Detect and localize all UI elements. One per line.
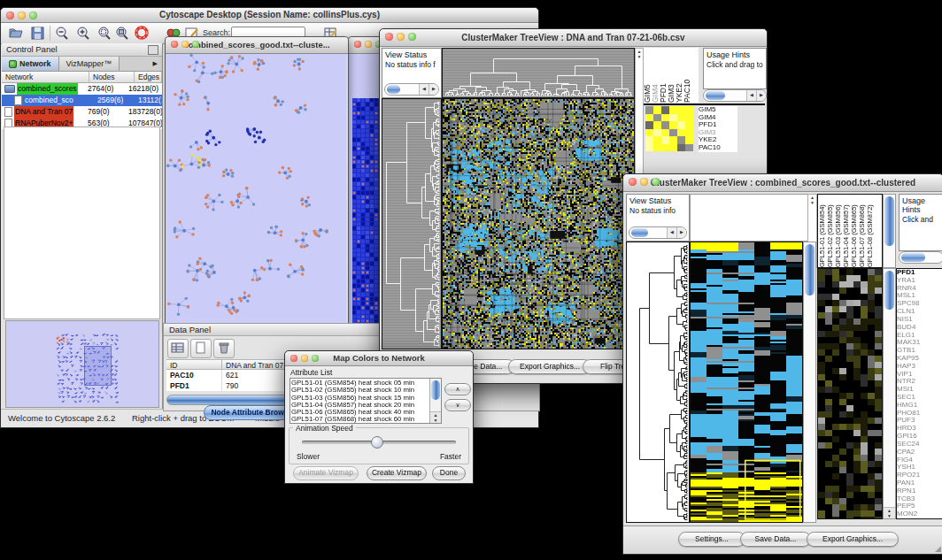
matrix-cell[interactable]	[645, 136, 653, 144]
float-panel-icon[interactable]	[148, 45, 158, 55]
matrix-cell[interactable]	[661, 136, 669, 144]
tab-network[interactable]: Network	[2, 57, 59, 71]
axis-label[interactable]: GPL51-02 (GSM855)	[826, 195, 834, 267]
matrix-cell[interactable]	[653, 121, 661, 129]
scroll-thumb[interactable]	[805, 244, 815, 295]
matrix-cell[interactable]	[645, 106, 653, 114]
gene-list-scrollbar[interactable]: ▲▼	[883, 268, 896, 519]
gene-label[interactable]: MON2	[897, 510, 942, 518]
matrix-cell[interactable]	[677, 129, 685, 137]
matrix-cell[interactable]	[645, 121, 653, 129]
zoom-heatmap[interactable]	[817, 268, 883, 519]
export-graphics-button[interactable]: Export Graphics...	[508, 359, 591, 374]
minimize-button[interactable]	[301, 355, 308, 362]
scroll-thumb[interactable]	[884, 196, 894, 246]
tab-overflow-arrow[interactable]: ▶	[149, 57, 162, 71]
zoom-out-icon[interactable]	[54, 26, 70, 41]
document-icon[interactable]	[190, 339, 212, 358]
network-tree-row[interactable]: DNA and Tran 07769(0)183728(0)	[2, 106, 162, 118]
save-icon[interactable]	[30, 26, 46, 41]
tab-vizmapper[interactable]: VizMapper™	[59, 57, 120, 71]
dialog-titlebar[interactable]: Map Colors to Network	[285, 351, 473, 366]
zoom-selected-icon[interactable]	[97, 26, 112, 41]
heatmap-vscrollbar[interactable]	[803, 242, 816, 523]
minimize-button[interactable]	[365, 41, 372, 48]
matrix-cell[interactable]	[669, 129, 677, 137]
minimize-button[interactable]	[181, 41, 189, 48]
scroll-thumb[interactable]	[631, 228, 648, 237]
matrix-cell[interactable]	[669, 136, 677, 144]
axis-label[interactable]: PAC10	[683, 48, 691, 103]
resize-grip[interactable]: ◢	[935, 544, 941, 553]
save-data-button[interactable]: Save Data...	[740, 532, 811, 547]
matrix-cell[interactable]	[661, 129, 669, 137]
close-button[interactable]	[354, 41, 361, 48]
network-tree-row[interactable]: combined_sco2569(6)13112(15)	[2, 95, 162, 106]
axis-label[interactable]: GPL51-04 (GSM857)	[842, 195, 850, 267]
matrix-cell[interactable]	[661, 144, 669, 152]
attribute-list-scrollbar[interactable]: ▲▼	[429, 379, 441, 423]
scroll-left-arrow[interactable]: ◀	[746, 90, 756, 101]
speed-slider[interactable]	[302, 441, 456, 444]
zoom-button[interactable]	[29, 12, 37, 19]
matrix-cell[interactable]	[669, 114, 677, 122]
attribute-list-item[interactable]: GPL51-07 (GSM868) heat shock 60 min	[291, 416, 429, 423]
minimize-button[interactable]	[397, 33, 405, 41]
network-tree-row[interactable]: combined_scores2764(0)16218(0)	[2, 83, 162, 95]
matrix-cell[interactable]	[645, 129, 653, 137]
axis-label[interactable]: GPL51-08 (GSM872)	[866, 195, 874, 267]
attribute-list[interactable]: GPL51-01 (GSM854) heat shock 05 minGPL51…	[290, 378, 442, 424]
scroll-right-arrow[interactable]: ▶	[676, 227, 686, 238]
close-button[interactable]	[171, 41, 178, 48]
settings-button[interactable]: Settings...	[678, 532, 745, 547]
zoom-in-icon[interactable]	[75, 26, 91, 41]
scroll-thumb[interactable]	[901, 253, 925, 262]
matrix-cell[interactable]	[669, 121, 677, 129]
global-heatmap[interactable]	[442, 98, 635, 349]
matrix-cell[interactable]	[653, 129, 661, 137]
move-down-button[interactable]: ∨	[444, 399, 471, 411]
axis-label[interactable]: GPL51-06 (GSM865)	[850, 195, 858, 267]
matrix-row-label[interactable]: PAC10	[699, 144, 737, 152]
matrix-cell[interactable]	[685, 144, 693, 152]
scroll-thumb[interactable]	[706, 91, 725, 100]
matrix-cell[interactable]	[685, 106, 693, 114]
matrix-cell[interactable]	[669, 144, 677, 152]
view-status-scrollbar[interactable]: ◀ ▶	[629, 226, 687, 239]
treeview2-titlebar[interactable]: ClusterMaker TreeView : combined_scores_…	[623, 174, 942, 192]
help-ring-icon[interactable]	[134, 26, 150, 41]
trash-icon[interactable]	[213, 339, 235, 358]
matrix-cell[interactable]	[685, 129, 693, 137]
scroll-thumb[interactable]	[431, 380, 440, 400]
col-nodes[interactable]: Nodes	[89, 72, 135, 83]
open-icon[interactable]	[8, 26, 24, 41]
main-titlebar[interactable]: Cytoscape Desktop (Session Name: collins…	[1, 8, 538, 23]
matrix-cell[interactable]	[653, 136, 661, 144]
usage-hints-scrollbar[interactable]: ◀ ▶	[703, 89, 767, 102]
scroll-thumb[interactable]	[387, 85, 400, 94]
move-up-button[interactable]: ∧	[444, 383, 471, 395]
global-heatmap[interactable]	[690, 242, 803, 523]
network-view-canvas[interactable]	[166, 54, 346, 332]
col-network[interactable]: Network	[2, 72, 89, 83]
zoom-button[interactable]	[192, 41, 199, 48]
scroll-left-arrow[interactable]: ◀	[667, 227, 676, 238]
matrix-cell[interactable]	[661, 121, 669, 129]
close-button[interactable]	[290, 355, 297, 362]
close-button[interactable]	[6, 12, 14, 19]
network-window-1-titlebar[interactable]: combined_scores_good.txt--cluste...	[166, 37, 348, 54]
minimize-button[interactable]	[18, 12, 26, 19]
column-dendrogram-empty[interactable]	[690, 194, 808, 242]
create-vizmap-button[interactable]: Create Vizmap	[367, 466, 427, 480]
view-status-scrollbar[interactable]: ◀ ▶	[384, 83, 439, 96]
matrix-cell[interactable]	[685, 114, 693, 122]
matrix-cell[interactable]	[661, 114, 669, 122]
done-button[interactable]: Done	[432, 466, 466, 480]
matrix-cell[interactable]	[677, 136, 685, 144]
attribute-list-item[interactable]: GPL51-02 (GSM855) heat shock 10 min	[291, 387, 429, 394]
treeview1-titlebar[interactable]: ClusterMaker TreeView : DNA and Tran 07-…	[380, 29, 767, 47]
matrix-cell[interactable]	[677, 114, 685, 122]
scroll-arrows[interactable]: ▲▼	[884, 507, 895, 518]
column-dendrogram[interactable]	[442, 48, 635, 98]
row-dendrogram[interactable]	[382, 98, 442, 349]
